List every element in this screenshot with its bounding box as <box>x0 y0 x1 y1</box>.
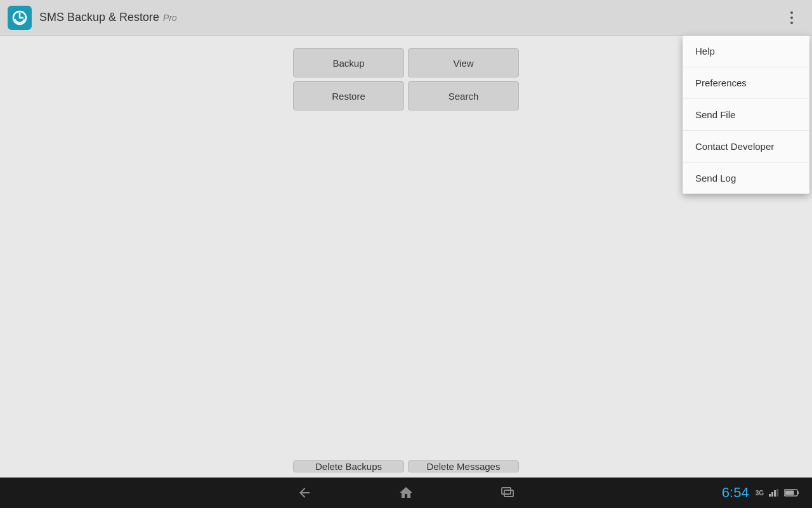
svg-rect-4 <box>769 494 771 497</box>
delete-messages-button[interactable]: Delete Messages <box>408 460 519 472</box>
restore-button[interactable]: Restore <box>293 81 404 110</box>
menu-item-send-log[interactable]: Send Log <box>683 163 809 194</box>
signal-icon <box>769 489 779 497</box>
svg-rect-7 <box>776 489 778 497</box>
app-icon <box>8 6 32 30</box>
home-button[interactable] <box>393 480 419 505</box>
menu-item-send-file[interactable]: Send File <box>683 99 809 131</box>
app-title-pro: Pro <box>163 13 177 23</box>
overflow-dot-2 <box>790 17 793 19</box>
app-title: SMS Backup & Restore <box>39 11 159 24</box>
overflow-menu-button[interactable] <box>779 5 804 30</box>
navigation-bar: 6:54 3G <box>0 478 812 508</box>
svg-rect-10 <box>785 491 794 495</box>
overflow-dot-1 <box>790 11 793 14</box>
battery-icon <box>784 489 799 497</box>
main-button-grid: Backup View Restore Search <box>293 48 519 110</box>
bottom-bar: Delete Backups Delete Messages <box>0 455 812 478</box>
status-time: 6:54 <box>722 485 749 501</box>
recents-button[interactable] <box>495 480 520 505</box>
back-button[interactable] <box>292 480 317 505</box>
status-bar: 6:54 3G <box>722 478 799 508</box>
menu-item-help[interactable]: Help <box>683 36 809 67</box>
bottom-button-grid: Delete Backups Delete Messages <box>293 460 519 472</box>
delete-backups-button[interactable]: Delete Backups <box>293 460 404 472</box>
svg-rect-2 <box>502 488 511 494</box>
menu-item-contact-developer[interactable]: Contact Developer <box>683 131 809 163</box>
svg-rect-9 <box>797 491 799 495</box>
overflow-dot-3 <box>790 22 793 24</box>
dropdown-menu: Help Preferences Send File Contact Devel… <box>683 36 809 194</box>
search-button[interactable]: Search <box>408 81 519 110</box>
top-action-bar: SMS Backup & Restore Pro <box>0 0 812 36</box>
view-button[interactable]: View <box>408 48 519 77</box>
svg-rect-3 <box>504 490 513 497</box>
svg-rect-6 <box>774 490 776 497</box>
menu-item-preferences[interactable]: Preferences <box>683 67 809 99</box>
backup-button[interactable]: Backup <box>293 48 404 77</box>
svg-rect-5 <box>771 492 773 497</box>
status-network: 3G <box>756 490 764 497</box>
